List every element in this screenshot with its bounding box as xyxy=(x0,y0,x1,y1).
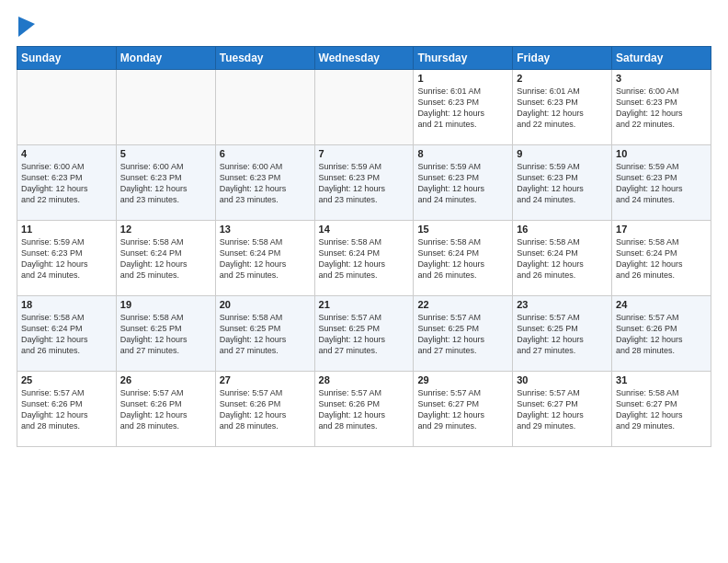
logo-icon xyxy=(18,17,35,37)
calendar-cell: 20Sunrise: 5:58 AM Sunset: 6:25 PM Dayli… xyxy=(215,296,314,372)
cell-sun-info: Sunrise: 5:58 AM Sunset: 6:24 PM Dayligh… xyxy=(319,236,410,282)
day-number: 7 xyxy=(319,148,410,159)
day-number: 15 xyxy=(417,224,508,235)
day-number: 21 xyxy=(319,299,410,310)
cell-sun-info: Sunrise: 6:01 AM Sunset: 6:23 PM Dayligh… xyxy=(417,86,508,131)
calendar-cell: 3Sunrise: 6:00 AM Sunset: 6:23 PM Daylig… xyxy=(612,70,711,145)
calendar-cell: 2Sunrise: 6:01 AM Sunset: 6:23 PM Daylig… xyxy=(513,70,612,145)
calendar-cell xyxy=(215,70,314,145)
day-number: 26 xyxy=(120,374,211,385)
cell-sun-info: Sunrise: 5:58 AM Sunset: 6:24 PM Dayligh… xyxy=(120,236,211,282)
cell-sun-info: Sunrise: 5:59 AM Sunset: 6:23 PM Dayligh… xyxy=(517,161,608,206)
cell-sun-info: Sunrise: 5:59 AM Sunset: 6:23 PM Dayligh… xyxy=(21,236,112,282)
day-number: 27 xyxy=(220,374,311,385)
day-number: 9 xyxy=(517,148,608,159)
cell-sun-info: Sunrise: 5:58 AM Sunset: 6:25 PM Dayligh… xyxy=(220,312,311,357)
day-number: 13 xyxy=(220,224,311,235)
weekday-header-row: SundayMondayTuesdayWednesdayThursdayFrid… xyxy=(17,47,711,70)
cell-sun-info: Sunrise: 5:58 AM Sunset: 6:27 PM Dayligh… xyxy=(616,387,707,432)
cell-sun-info: Sunrise: 5:59 AM Sunset: 6:23 PM Dayligh… xyxy=(417,161,508,206)
calendar-cell xyxy=(116,70,215,145)
day-number: 11 xyxy=(21,224,112,235)
weekday-header-friday: Friday xyxy=(513,47,612,70)
cell-sun-info: Sunrise: 6:00 AM Sunset: 6:23 PM Dayligh… xyxy=(120,161,211,206)
calendar-cell: 4Sunrise: 6:00 AM Sunset: 6:23 PM Daylig… xyxy=(17,145,117,221)
calendar-cell: 21Sunrise: 5:57 AM Sunset: 6:25 PM Dayli… xyxy=(314,296,414,372)
calendar-cell: 26Sunrise: 5:57 AM Sunset: 6:26 PM Dayli… xyxy=(116,372,215,447)
calendar-cell: 15Sunrise: 5:58 AM Sunset: 6:24 PM Dayli… xyxy=(414,221,513,296)
cell-sun-info: Sunrise: 5:57 AM Sunset: 6:26 PM Dayligh… xyxy=(319,387,410,432)
day-number: 31 xyxy=(616,374,707,385)
weekday-header-tuesday: Tuesday xyxy=(215,47,314,70)
calendar-cell: 13Sunrise: 5:58 AM Sunset: 6:24 PM Dayli… xyxy=(215,221,314,296)
day-number: 19 xyxy=(120,299,211,310)
day-number: 29 xyxy=(417,374,508,385)
cell-sun-info: Sunrise: 5:58 AM Sunset: 6:25 PM Dayligh… xyxy=(120,312,211,357)
day-number: 18 xyxy=(21,299,112,310)
cell-sun-info: Sunrise: 5:57 AM Sunset: 6:25 PM Dayligh… xyxy=(319,312,410,357)
calendar-cell: 16Sunrise: 5:58 AM Sunset: 6:24 PM Dayli… xyxy=(513,221,612,296)
weekday-header-saturday: Saturday xyxy=(612,47,711,70)
day-number: 20 xyxy=(220,299,311,310)
cell-sun-info: Sunrise: 5:58 AM Sunset: 6:24 PM Dayligh… xyxy=(21,312,112,357)
cell-sun-info: Sunrise: 5:57 AM Sunset: 6:26 PM Dayligh… xyxy=(120,387,211,432)
calendar-cell: 10Sunrise: 5:59 AM Sunset: 6:23 PM Dayli… xyxy=(612,145,711,221)
cell-sun-info: Sunrise: 6:00 AM Sunset: 6:23 PM Dayligh… xyxy=(616,86,707,131)
calendar-cell xyxy=(314,70,414,145)
cell-sun-info: Sunrise: 5:57 AM Sunset: 6:25 PM Dayligh… xyxy=(517,312,608,357)
page: SundayMondayTuesdayWednesdayThursdayFrid… xyxy=(0,0,728,563)
day-number: 4 xyxy=(21,148,112,159)
cell-sun-info: Sunrise: 6:00 AM Sunset: 6:23 PM Dayligh… xyxy=(21,161,112,206)
svg-marker-0 xyxy=(18,17,35,37)
calendar-cell: 18Sunrise: 5:58 AM Sunset: 6:24 PM Dayli… xyxy=(17,296,117,372)
calendar-cell: 28Sunrise: 5:57 AM Sunset: 6:26 PM Dayli… xyxy=(314,372,414,447)
calendar-cell: 14Sunrise: 5:58 AM Sunset: 6:24 PM Dayli… xyxy=(314,221,414,296)
header xyxy=(17,17,711,37)
cell-sun-info: Sunrise: 5:58 AM Sunset: 6:24 PM Dayligh… xyxy=(417,236,508,282)
weekday-header-sunday: Sunday xyxy=(17,47,117,70)
calendar-cell: 9Sunrise: 5:59 AM Sunset: 6:23 PM Daylig… xyxy=(513,145,612,221)
calendar-cell: 7Sunrise: 5:59 AM Sunset: 6:23 PM Daylig… xyxy=(314,145,414,221)
calendar-cell: 31Sunrise: 5:58 AM Sunset: 6:27 PM Dayli… xyxy=(612,372,711,447)
cell-sun-info: Sunrise: 6:01 AM Sunset: 6:23 PM Dayligh… xyxy=(517,86,608,131)
calendar-cell: 22Sunrise: 5:57 AM Sunset: 6:25 PM Dayli… xyxy=(414,296,513,372)
cell-sun-info: Sunrise: 5:57 AM Sunset: 6:26 PM Dayligh… xyxy=(21,387,112,432)
calendar-cell: 29Sunrise: 5:57 AM Sunset: 6:27 PM Dayli… xyxy=(414,372,513,447)
day-number: 25 xyxy=(21,374,112,385)
day-number: 6 xyxy=(220,148,311,159)
cell-sun-info: Sunrise: 5:57 AM Sunset: 6:27 PM Dayligh… xyxy=(517,387,608,432)
day-number: 30 xyxy=(517,374,608,385)
calendar-cell: 12Sunrise: 5:58 AM Sunset: 6:24 PM Dayli… xyxy=(116,221,215,296)
calendar-cell: 11Sunrise: 5:59 AM Sunset: 6:23 PM Dayli… xyxy=(17,221,117,296)
cell-sun-info: Sunrise: 5:58 AM Sunset: 6:24 PM Dayligh… xyxy=(220,236,311,282)
cell-sun-info: Sunrise: 5:59 AM Sunset: 6:23 PM Dayligh… xyxy=(319,161,410,206)
day-number: 14 xyxy=(319,224,410,235)
calendar-week-row: 11Sunrise: 5:59 AM Sunset: 6:23 PM Dayli… xyxy=(17,221,711,296)
calendar-week-row: 1Sunrise: 6:01 AM Sunset: 6:23 PM Daylig… xyxy=(17,70,711,145)
day-number: 22 xyxy=(417,299,508,310)
cell-sun-info: Sunrise: 6:00 AM Sunset: 6:23 PM Dayligh… xyxy=(220,161,311,206)
calendar-cell: 25Sunrise: 5:57 AM Sunset: 6:26 PM Dayli… xyxy=(17,372,117,447)
calendar-cell: 23Sunrise: 5:57 AM Sunset: 6:25 PM Dayli… xyxy=(513,296,612,372)
calendar-cell: 27Sunrise: 5:57 AM Sunset: 6:26 PM Dayli… xyxy=(215,372,314,447)
calendar-cell: 30Sunrise: 5:57 AM Sunset: 6:27 PM Dayli… xyxy=(513,372,612,447)
calendar-cell xyxy=(17,70,117,145)
calendar-cell: 5Sunrise: 6:00 AM Sunset: 6:23 PM Daylig… xyxy=(116,145,215,221)
day-number: 24 xyxy=(616,299,707,310)
calendar-week-row: 18Sunrise: 5:58 AM Sunset: 6:24 PM Dayli… xyxy=(17,296,711,372)
weekday-header-wednesday: Wednesday xyxy=(314,47,414,70)
cell-sun-info: Sunrise: 5:59 AM Sunset: 6:23 PM Dayligh… xyxy=(616,161,707,206)
calendar-cell: 17Sunrise: 5:58 AM Sunset: 6:24 PM Dayli… xyxy=(612,221,711,296)
day-number: 1 xyxy=(417,73,508,84)
calendar-table: SundayMondayTuesdayWednesdayThursdayFrid… xyxy=(17,46,711,447)
logo xyxy=(17,17,35,37)
day-number: 3 xyxy=(616,73,707,84)
day-number: 28 xyxy=(319,374,410,385)
day-number: 16 xyxy=(517,224,608,235)
day-number: 10 xyxy=(616,148,707,159)
calendar-cell: 8Sunrise: 5:59 AM Sunset: 6:23 PM Daylig… xyxy=(414,145,513,221)
cell-sun-info: Sunrise: 5:58 AM Sunset: 6:24 PM Dayligh… xyxy=(517,236,608,282)
weekday-header-thursday: Thursday xyxy=(414,47,513,70)
day-number: 5 xyxy=(120,148,211,159)
cell-sun-info: Sunrise: 5:57 AM Sunset: 6:27 PM Dayligh… xyxy=(417,387,508,432)
